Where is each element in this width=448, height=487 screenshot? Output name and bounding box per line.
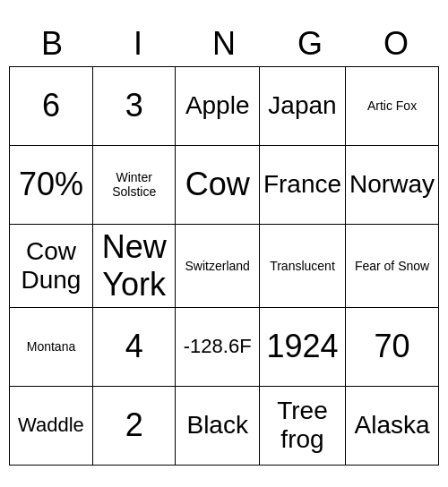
- table-cell: France: [259, 145, 345, 224]
- table-cell: Cow: [176, 145, 259, 224]
- table-row: 63AppleJapanArtic Fox: [10, 66, 439, 145]
- table-row: 70%Winter SolsticeCowFranceNorway: [10, 145, 439, 224]
- bingo-grid: 63AppleJapanArtic Fox70%Winter SolsticeC…: [9, 66, 439, 466]
- table-cell: Cow Dung: [10, 224, 93, 307]
- table-cell: Japan: [259, 66, 345, 145]
- bingo-header: BINGO: [9, 21, 439, 66]
- table-cell: Tree frog: [259, 386, 345, 465]
- table-row: Cow DungNew YorkSwitzerlandTranslucentFe…: [10, 224, 439, 307]
- table-row: Waddle2BlackTree frogAlaska: [10, 386, 439, 465]
- header-letter: B: [9, 21, 95, 66]
- table-cell: 1924: [259, 307, 345, 386]
- table-cell: Switzerland: [176, 224, 259, 307]
- header-letter: G: [267, 21, 353, 66]
- table-cell: 3: [92, 66, 176, 145]
- table-cell: Winter Solstice: [92, 145, 176, 224]
- table-cell: New York: [92, 224, 176, 307]
- table-cell: Waddle: [10, 386, 93, 465]
- table-cell: Montana: [10, 307, 93, 386]
- table-cell: 2: [92, 386, 176, 465]
- header-letter: O: [353, 21, 439, 66]
- table-cell: 70: [346, 307, 439, 386]
- table-cell: Norway: [346, 145, 439, 224]
- table-cell: Fear of Snow: [346, 224, 439, 307]
- table-cell: Alaska: [346, 386, 439, 465]
- header-letter: I: [95, 21, 181, 66]
- table-row: Montana4-128.6F192470: [10, 307, 439, 386]
- table-cell: 4: [92, 307, 176, 386]
- table-cell: Black: [176, 386, 259, 465]
- table-cell: -128.6F: [176, 307, 259, 386]
- table-cell: Artic Fox: [346, 66, 439, 145]
- table-cell: 6: [10, 66, 93, 145]
- table-cell: 70%: [10, 145, 93, 224]
- header-letter: N: [181, 21, 267, 66]
- table-cell: Translucent: [259, 224, 345, 307]
- table-cell: Apple: [176, 66, 259, 145]
